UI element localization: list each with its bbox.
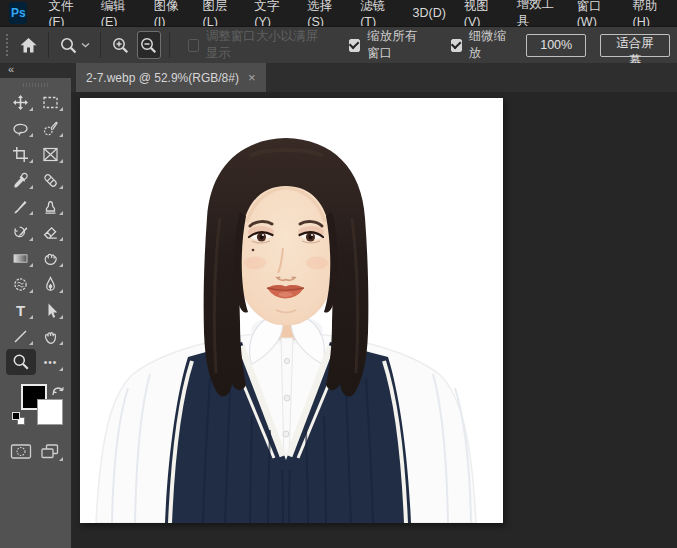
document-canvas[interactable]	[80, 98, 503, 523]
eraser-tool[interactable]	[36, 219, 66, 245]
frame-tool[interactable]	[36, 141, 66, 167]
document-tab-title: 2-7.webp @ 52.9%(RGB/8#)	[86, 71, 239, 85]
checkbox-checked-icon	[349, 39, 360, 52]
checkbox-checked-icon	[451, 39, 462, 52]
history-brush-tool[interactable]	[6, 219, 36, 245]
menu-3d[interactable]: 3D(D)	[404, 0, 455, 26]
divider	[100, 32, 101, 58]
menu-view[interactable]: 视图(V)	[455, 0, 508, 26]
hand-tool[interactable]	[36, 323, 66, 349]
home-button[interactable]	[16, 31, 39, 59]
photoshop-logo-icon: Ps	[9, 2, 27, 24]
lasso-tool[interactable]	[6, 115, 36, 141]
zoom-tool-options-button[interactable]	[57, 31, 80, 59]
divider	[48, 32, 49, 58]
crop-tool[interactable]	[6, 141, 36, 167]
lasso-icon	[12, 120, 29, 137]
pen-tool[interactable]	[36, 271, 66, 297]
scrubby-zoom-label: 细微缩放	[469, 28, 510, 62]
color-swatches	[0, 383, 71, 435]
clone-stamp-tool[interactable]	[36, 193, 66, 219]
healing-brush-icon	[42, 172, 59, 189]
background-color-swatch[interactable]	[37, 399, 63, 425]
zoom-all-windows-label: 缩放所有窗口	[367, 28, 428, 62]
default-colors-icon[interactable]	[12, 412, 25, 425]
zoom-in-button[interactable]	[109, 31, 132, 59]
marquee-icon	[42, 94, 59, 111]
quick-mask-button[interactable]	[9, 441, 33, 461]
menu-plugins[interactable]: 增效工具	[508, 0, 568, 26]
line-icon	[12, 328, 29, 345]
zoom-out-icon	[139, 36, 158, 55]
path-selection-tool[interactable]	[36, 297, 66, 323]
menu-layer[interactable]: 图层(L)	[194, 0, 246, 26]
chevron-down-icon[interactable]	[80, 31, 92, 59]
zoom-all-windows-checkbox[interactable]: 缩放所有窗口	[349, 28, 428, 62]
menu-edit[interactable]: 编辑(E)	[92, 0, 145, 26]
menu-select[interactable]: 选择(S)	[298, 0, 351, 26]
document-tab[interactable]: 2-7.webp @ 52.9%(RGB/8#) ×	[76, 63, 266, 92]
marquee-tool[interactable]	[36, 89, 66, 115]
menu-help[interactable]: 帮助(H)	[624, 0, 677, 26]
quick-mask-icon	[10, 443, 32, 460]
toolbar-grip[interactable]	[23, 83, 49, 87]
eraser-icon	[42, 224, 59, 241]
path-selection-icon	[42, 302, 59, 319]
fit-screen-button[interactable]: 适合屏幕	[600, 34, 670, 57]
zoom-tool[interactable]	[6, 349, 36, 375]
hand-icon	[42, 328, 59, 345]
menu-filter[interactable]: 滤镜(T)	[351, 0, 403, 26]
resize-windows-checkbox[interactable]: 调整窗口大小以满屏显示	[188, 28, 320, 62]
brush-icon	[12, 198, 29, 215]
screen-mode-icon	[40, 443, 60, 460]
magnifier-icon	[59, 36, 78, 55]
menu-image[interactable]: 图像(I)	[145, 0, 194, 26]
collapse-chevrons-icon: «	[8, 63, 13, 75]
zoom-icon	[12, 353, 30, 371]
photoshop-window: Ps 文件(F) 编辑(E) 图像(I) 图层(L) 文字(Y) 选择(S) 滤…	[0, 0, 677, 548]
checkbox-unchecked-icon	[188, 39, 199, 52]
gradient-tool[interactable]	[6, 245, 36, 271]
ellipsis-icon: •••	[44, 357, 58, 368]
tools-panel: «	[0, 63, 71, 548]
menu-file[interactable]: 文件(F)	[39, 0, 91, 26]
zoom-out-button[interactable]	[137, 31, 161, 59]
divider	[169, 32, 170, 58]
zoom-percent-button[interactable]: 100%	[526, 34, 586, 57]
document-tab-bar: 2-7.webp @ 52.9%(RGB/8#) ×	[71, 63, 677, 92]
scrubby-zoom-checkbox[interactable]: 细微缩放	[451, 28, 510, 62]
sponge-tool[interactable]	[6, 271, 36, 297]
canvas-work-area[interactable]	[71, 92, 677, 548]
smudge-finger-icon	[42, 250, 59, 267]
line-tool[interactable]	[6, 323, 36, 349]
move-tool[interactable]	[6, 89, 36, 115]
type-tool[interactable]: T	[6, 297, 36, 323]
menu-window[interactable]: 窗口(W)	[568, 0, 624, 26]
zoom-in-icon	[111, 36, 130, 55]
resize-windows-label: 调整窗口大小以满屏显示	[206, 28, 320, 62]
menu-type[interactable]: 文字(Y)	[245, 0, 298, 26]
screen-mode-button[interactable]	[38, 441, 62, 461]
brush-tool[interactable]	[6, 193, 36, 219]
panel-collapse-button[interactable]: «	[0, 63, 71, 78]
move-icon	[12, 94, 29, 111]
frame-icon	[42, 146, 59, 163]
menu-bar: Ps 文件(F) 编辑(E) 图像(I) 图层(L) 文字(Y) 选择(S) 滤…	[0, 0, 677, 26]
clone-stamp-icon	[42, 198, 59, 215]
quick-selection-tool[interactable]	[36, 115, 66, 141]
eyedropper-tool[interactable]	[6, 167, 36, 193]
edit-toolbar-button[interactable]: •••	[36, 349, 66, 375]
portrait-photo	[80, 98, 503, 523]
pen-icon	[42, 276, 59, 293]
healing-brush-tool[interactable]	[36, 167, 66, 193]
quick-selection-icon	[42, 120, 59, 137]
options-bar: 调整窗口大小以满屏显示 缩放所有窗口 细微缩放 100% 适合屏幕	[0, 26, 677, 63]
home-icon	[19, 36, 38, 55]
smudge-tool[interactable]	[36, 245, 66, 271]
gradient-icon	[12, 250, 29, 267]
sponge-icon	[12, 276, 29, 293]
close-tab-icon[interactable]: ×	[248, 70, 256, 85]
history-brush-icon	[12, 224, 29, 241]
crop-icon	[12, 146, 29, 163]
options-grip[interactable]	[5, 33, 8, 57]
